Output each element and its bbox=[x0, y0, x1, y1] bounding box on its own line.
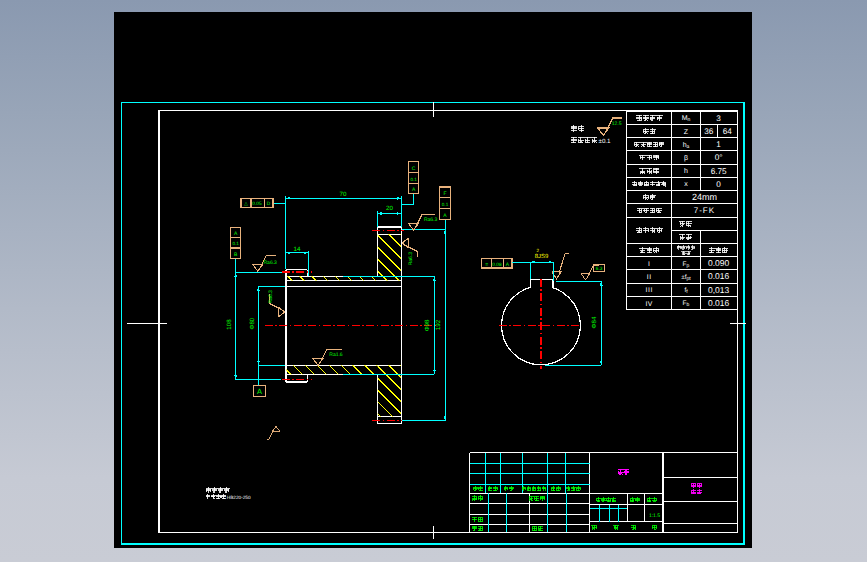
svg-text:A: A bbox=[257, 387, 262, 396]
svg-text:0.1: 0.1 bbox=[442, 202, 449, 207]
svg-text:0.05: 0.05 bbox=[252, 201, 262, 207]
svg-text:=: = bbox=[485, 262, 488, 268]
svg-text:192: 192 bbox=[435, 319, 442, 330]
svg-text:D: D bbox=[267, 201, 271, 207]
svg-text:Ra1.6: Ra1.6 bbox=[329, 352, 343, 358]
svg-text:Fb: Fb bbox=[683, 300, 690, 308]
svg-text:6.3: 6.3 bbox=[596, 266, 603, 272]
svg-text:1:1.5: 1:1.5 bbox=[649, 513, 660, 519]
svg-text:0.016: 0.016 bbox=[708, 271, 730, 281]
svg-text:108: 108 bbox=[226, 319, 233, 330]
svg-text:Φ84: Φ84 bbox=[591, 316, 598, 328]
svg-text:0,013: 0,013 bbox=[708, 285, 730, 295]
svg-text:14: 14 bbox=[294, 246, 301, 253]
svg-text:h: h bbox=[684, 167, 688, 175]
svg-text:7-FK: 7-FK bbox=[694, 206, 715, 215]
svg-text:F: F bbox=[443, 191, 446, 197]
svg-text:3: 3 bbox=[716, 114, 721, 123]
svg-text:0.016: 0.016 bbox=[708, 298, 730, 308]
svg-text:III: III bbox=[646, 287, 653, 294]
svg-text:0.090: 0.090 bbox=[708, 258, 730, 268]
svg-text:70: 70 bbox=[340, 191, 347, 198]
svg-text:Ra6.3: Ra6.3 bbox=[264, 260, 278, 266]
svg-text:0.1: 0.1 bbox=[410, 177, 417, 182]
svg-text:Ra6.3: Ra6.3 bbox=[409, 252, 415, 266]
svg-text:Z: Z bbox=[684, 129, 689, 136]
svg-text:β: β bbox=[684, 154, 688, 162]
svg-text:36: 36 bbox=[704, 127, 714, 136]
svg-text:Φ80: Φ80 bbox=[249, 317, 256, 329]
svg-text:△: △ bbox=[244, 201, 248, 206]
svg-text:8JS9: 8JS9 bbox=[535, 253, 549, 260]
svg-text:Φ98: Φ98 bbox=[424, 319, 431, 331]
svg-text:±fpt: ±fpt bbox=[681, 274, 691, 282]
svg-text:0.08: 0.08 bbox=[492, 262, 502, 268]
svg-text:64: 64 bbox=[723, 127, 733, 136]
svg-text:Fp: Fp bbox=[683, 261, 690, 269]
svg-text:±0.1: ±0.1 bbox=[599, 138, 612, 145]
svg-text:Mn: Mn bbox=[682, 115, 691, 123]
svg-text:24mm: 24mm bbox=[692, 192, 717, 202]
svg-text:HB220-250: HB220-250 bbox=[227, 495, 251, 500]
svg-text:II: II bbox=[647, 274, 652, 281]
svg-text:12.5: 12.5 bbox=[612, 121, 622, 127]
svg-text:0.1: 0.1 bbox=[233, 241, 240, 246]
svg-text:0°: 0° bbox=[715, 153, 723, 162]
svg-text:6.75: 6.75 bbox=[711, 167, 727, 176]
svg-text:IV: IV bbox=[645, 301, 652, 308]
svg-text:0: 0 bbox=[716, 180, 721, 189]
svg-text:1: 1 bbox=[716, 140, 721, 149]
svg-text:x: x bbox=[684, 181, 688, 188]
svg-text:C: C bbox=[412, 166, 416, 172]
svg-text:I: I bbox=[648, 261, 650, 268]
svg-text:20: 20 bbox=[386, 205, 393, 212]
svg-text:Ra6.3: Ra6.3 bbox=[424, 217, 438, 223]
svg-text:Ra6.3: Ra6.3 bbox=[268, 290, 274, 304]
